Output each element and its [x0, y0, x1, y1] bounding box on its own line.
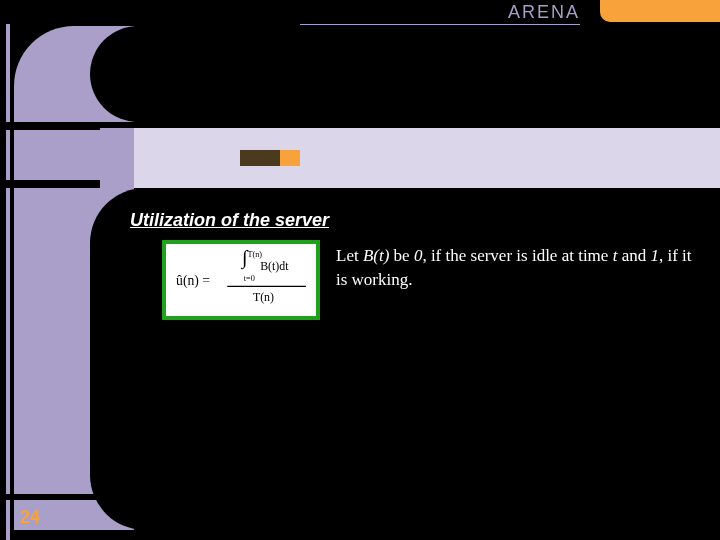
brand-label: ARENA [300, 2, 580, 25]
def-var-bt: B(t) [363, 246, 389, 265]
gap-divider-1 [0, 122, 100, 130]
top-right-accent [600, 0, 720, 22]
top-bar: ARENA [0, 0, 720, 24]
mid-notch-accent [240, 150, 280, 166]
def-mid3: and [617, 246, 650, 265]
definition-text: Let B(t) be 0, if the server is idle at … [336, 244, 696, 292]
def-mid1: be [389, 246, 414, 265]
gap-divider-bottom [0, 494, 100, 500]
formula-denominator: T(n) [253, 290, 274, 304]
formula-lower-limit: t=0 [244, 274, 255, 283]
def-val-1: 1 [650, 246, 659, 265]
formula-svg: û(n) = T(n) ∫ t=0 B(t)dt T(n) [171, 248, 311, 312]
formula-integrand: B(t)dt [260, 259, 289, 273]
lcars-elbow-content [14, 188, 134, 530]
def-mid2: , if the server is idle at time [422, 246, 612, 265]
def-prefix: Let [336, 246, 363, 265]
mid-strip [90, 128, 720, 188]
lcars-elbow-mid [14, 128, 134, 188]
formula-upper-limit: T(n) [247, 250, 262, 259]
lcars-elbow-top [14, 26, 134, 122]
gap-divider-2 [0, 180, 100, 188]
section-heading: Utilization of the server [130, 210, 329, 231]
formula-box: û(n) = T(n) ∫ t=0 B(t)dt T(n) [162, 240, 320, 320]
left-thin-rail [6, 0, 10, 540]
formula-lhs: û(n) = [176, 273, 210, 289]
page-number: 24 [20, 507, 40, 528]
